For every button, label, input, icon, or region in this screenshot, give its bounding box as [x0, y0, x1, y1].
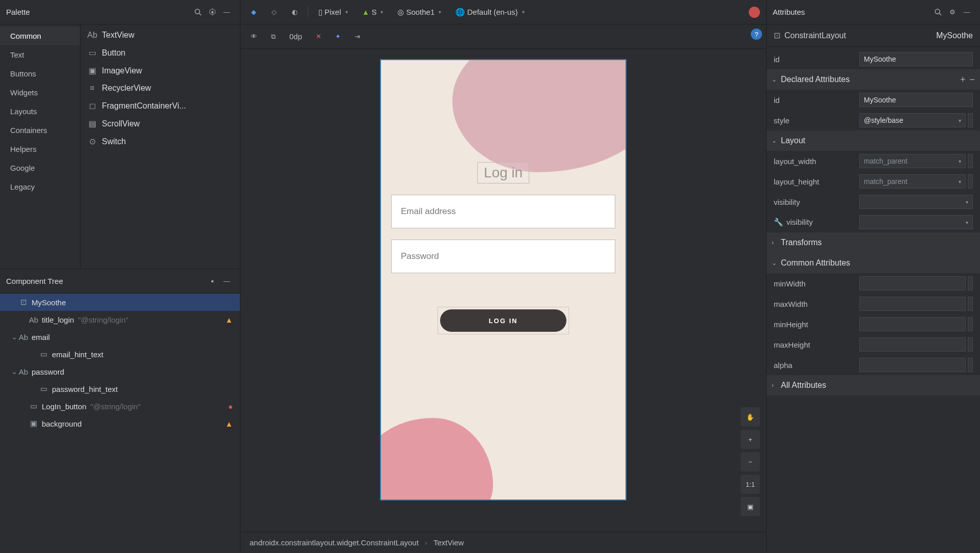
- palette-cat-text[interactable]: Text: [0, 45, 80, 64]
- chevron-down-icon[interactable]: ⌄: [10, 332, 18, 341]
- attr-row: id: [767, 90, 980, 110]
- palette-cat-helpers[interactable]: Helpers: [0, 140, 80, 159]
- device-selector[interactable]: ▯ Pixel▾: [314, 5, 352, 20]
- device-preview[interactable]: Log in Email address Password LOG IN: [380, 59, 627, 501]
- stub-icon[interactable]: [968, 317, 973, 331]
- tree-row[interactable]: ⌄Abpassword: [0, 363, 240, 380]
- orientation-icon[interactable]: ◇: [267, 5, 281, 19]
- pan-icon[interactable]: ✋: [741, 407, 760, 427]
- palette-cat-legacy[interactable]: Legacy: [0, 177, 80, 196]
- section-layout[interactable]: ⌄Layout: [767, 130, 980, 151]
- help-icon[interactable]: ?: [751, 29, 762, 40]
- palette-item-fragment[interactable]: ◻FragmentContainerVi...: [80, 97, 240, 115]
- tree-row[interactable]: ▭LogIn_button"@string/login"●: [0, 398, 240, 415]
- gear-icon[interactable]: ⚙: [945, 5, 960, 19]
- zoom-in-icon[interactable]: +: [741, 430, 760, 449]
- style-dropdown[interactable]: @style/base▾: [859, 113, 966, 127]
- minimize-icon[interactable]: —: [220, 274, 234, 288]
- margin-value[interactable]: 0dp: [285, 32, 306, 41]
- palette-cat-containers[interactable]: Containers: [0, 121, 80, 140]
- tree-row[interactable]: ⌄Abemail: [0, 328, 240, 346]
- tree-row[interactable]: Abtitle_login"@string/login"▲: [0, 311, 240, 328]
- preview-title[interactable]: Log in: [477, 162, 529, 183]
- gear-icon[interactable]: [205, 5, 220, 19]
- theme-selector[interactable]: ◎ Soothe1▾: [393, 5, 445, 20]
- clear-constraints-icon[interactable]: ✕: [311, 30, 325, 44]
- id-input[interactable]: [859, 52, 973, 66]
- attr-input[interactable]: [859, 93, 973, 107]
- tree-row-root[interactable]: ⊡MySoothe: [0, 294, 240, 311]
- attr-input[interactable]: [859, 297, 966, 311]
- zoom-reset[interactable]: 1:1: [741, 475, 760, 494]
- svg-point-4: [935, 9, 940, 14]
- attr-input[interactable]: [859, 317, 966, 331]
- palette-cat-common[interactable]: Common: [0, 27, 80, 45]
- magnet-icon[interactable]: ⧉: [266, 30, 280, 44]
- svg-point-3: [211, 280, 214, 282]
- preview-email-field[interactable]: Email address: [391, 195, 615, 228]
- stub-icon[interactable]: [968, 337, 973, 352]
- svg-point-2: [211, 11, 214, 13]
- search-icon[interactable]: [191, 5, 205, 19]
- palette-cat-buttons[interactable]: Buttons: [0, 64, 80, 83]
- search-icon[interactable]: [931, 5, 945, 19]
- tree-row[interactable]: ▣background▲: [0, 415, 240, 432]
- switch-icon: ⊙: [87, 137, 98, 146]
- section-declared[interactable]: ⌄Declared Attributes+−: [767, 69, 980, 90]
- eye-icon[interactable]: 👁: [247, 30, 261, 44]
- stub-icon[interactable]: [968, 174, 973, 189]
- warning-icon[interactable]: ▲: [225, 419, 233, 428]
- preview-password-field[interactable]: Password: [391, 240, 615, 273]
- zoom-fit-icon[interactable]: ▣: [741, 497, 760, 516]
- palette-item-imageview[interactable]: ▣ImageView: [80, 62, 240, 80]
- stub-icon[interactable]: [968, 154, 973, 168]
- palette-item-textview[interactable]: AbTextView: [80, 27, 240, 44]
- layers-icon[interactable]: ◆: [247, 5, 261, 19]
- attr-input[interactable]: [859, 276, 966, 291]
- stub-icon[interactable]: [968, 113, 973, 127]
- palette-item-recyclerview[interactable]: ≡RecyclerView: [80, 80, 240, 97]
- section-common[interactable]: ⌄Common Attributes: [767, 253, 980, 273]
- section-transforms[interactable]: ›Transforms: [767, 232, 980, 253]
- stub-icon[interactable]: [968, 276, 973, 291]
- palette-cat-widgets[interactable]: Widgets: [0, 83, 80, 102]
- breadcrumb-item[interactable]: androidx.constraintlayout.widget.Constra…: [250, 538, 419, 547]
- warning-icon[interactable]: ▲: [225, 315, 233, 324]
- minimize-icon[interactable]: —: [960, 5, 974, 19]
- design-canvas[interactable]: Log in Email address Password LOG IN ✋ +…: [240, 49, 766, 532]
- breadcrumb-item[interactable]: TextView: [433, 538, 464, 547]
- error-icon[interactable]: ●: [228, 402, 233, 411]
- palette-item-scrollview[interactable]: ▤ScrollView: [80, 115, 240, 133]
- error-badge-icon[interactable]: [749, 7, 760, 18]
- infer-constraints-icon[interactable]: ✦: [331, 30, 345, 44]
- chevron-down-icon[interactable]: ⌄: [10, 367, 18, 376]
- tree-row[interactable]: ▭email_hint_text: [0, 346, 240, 363]
- stub-icon[interactable]: [968, 297, 973, 311]
- width-dropdown[interactable]: match_parent▾: [859, 154, 966, 168]
- zoom-out-icon[interactable]: −: [741, 452, 760, 471]
- svg-line-1: [199, 13, 201, 15]
- add-icon[interactable]: +: [960, 74, 966, 85]
- gear-icon[interactable]: [205, 274, 220, 288]
- api-selector[interactable]: ▲ S▾: [358, 5, 388, 20]
- palette-cat-google[interactable]: Google: [0, 159, 80, 177]
- height-dropdown[interactable]: match_parent▾: [859, 174, 966, 189]
- palette-item-button[interactable]: ▭Button: [80, 44, 240, 62]
- attr-row: maxWidth: [767, 294, 980, 314]
- attr-input[interactable]: [859, 337, 966, 352]
- nightmode-icon[interactable]: ◐: [287, 5, 302, 19]
- align-icon[interactable]: ⇥: [350, 30, 364, 44]
- component-tree: ⊡MySoothe Abtitle_login"@string/login"▲ …: [0, 294, 240, 553]
- preview-login-button[interactable]: LOG IN: [440, 309, 566, 332]
- section-all[interactable]: ›All Attributes: [767, 375, 980, 396]
- locale-selector[interactable]: 🌐 Default (en-us)▾: [451, 5, 528, 20]
- palette-cat-layouts[interactable]: Layouts: [0, 102, 80, 121]
- palette-item-switch[interactable]: ⊙Switch: [80, 133, 240, 150]
- visibility-dropdown[interactable]: ▾: [859, 195, 973, 209]
- tree-row[interactable]: ▭password_hint_text: [0, 380, 240, 398]
- attr-input[interactable]: [859, 358, 966, 372]
- remove-icon[interactable]: −: [969, 74, 975, 85]
- tools-visibility-dropdown[interactable]: ▾: [859, 215, 973, 229]
- minimize-icon[interactable]: —: [220, 5, 234, 19]
- stub-icon[interactable]: [968, 358, 973, 372]
